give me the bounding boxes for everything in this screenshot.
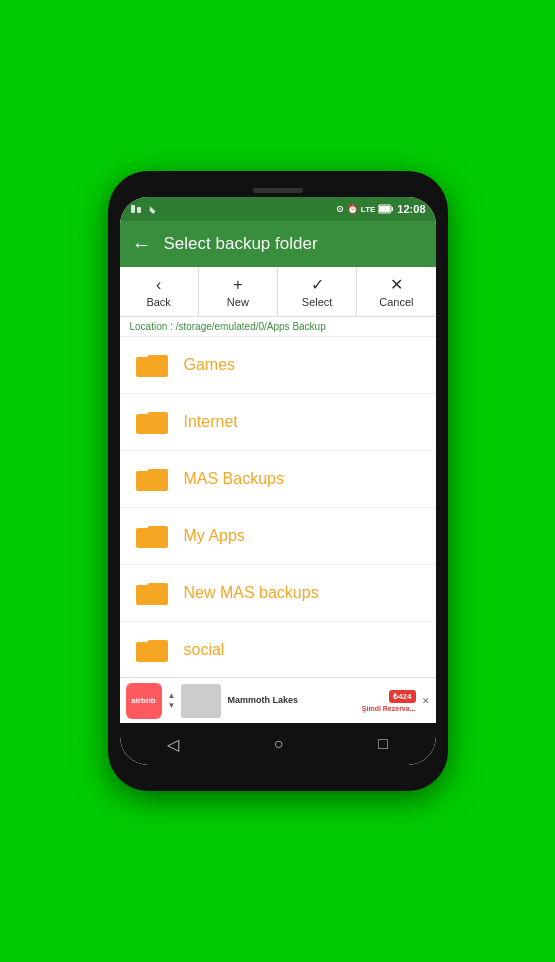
new-icon: +	[233, 276, 242, 294]
folder-item-social[interactable]: social	[120, 622, 436, 677]
select-label: Select	[302, 296, 333, 308]
nav-recent-button[interactable]: □	[378, 735, 388, 753]
folder-icon-games	[134, 351, 170, 379]
time-display: 12:08	[397, 203, 425, 215]
nav-back-button[interactable]: ◁	[167, 735, 179, 754]
phone-icon	[146, 204, 156, 214]
phone-top	[120, 183, 436, 197]
folder-icon-mas-backups	[134, 465, 170, 493]
select-button[interactable]: ✓ Select	[278, 267, 357, 316]
back-icon: ‹	[156, 276, 161, 294]
folder-name-internet: Internet	[184, 413, 238, 431]
ad-title: Mammoth Lakes	[227, 695, 355, 707]
ad-image	[181, 684, 221, 718]
ad-banner[interactable]: airbnb ▲ ▼ Mammoth Lakes ₺424 Şimdi Reze…	[120, 677, 436, 723]
nav-bar: ◁ ○ □	[120, 723, 436, 765]
back-button[interactable]: ‹ Back	[120, 267, 199, 316]
new-label: New	[227, 296, 249, 308]
folder-item-mas-backups[interactable]: MAS Backups	[120, 451, 436, 508]
ad-arrows[interactable]: ▲ ▼	[168, 691, 176, 710]
target-icon: ⊙	[336, 204, 344, 214]
folder-name-mas-backups: MAS Backups	[184, 470, 284, 488]
folder-name-social: social	[184, 641, 225, 659]
svg-rect-0	[131, 205, 135, 213]
ad-cta[interactable]: Şimdi Rezerva...	[362, 705, 416, 712]
phone-bottom	[120, 765, 436, 779]
status-bar: ⊙ ⏰ LTE 12:08	[120, 197, 436, 221]
folder-name-new-mas-backups: New MAS backups	[184, 584, 319, 602]
location-text: Location : /storage/emulated/0/Apps Back…	[130, 321, 326, 332]
ad-arrow-down[interactable]: ▼	[168, 701, 176, 710]
folder-icon-new-mas-backups	[134, 579, 170, 607]
ad-logo: airbnb	[126, 683, 162, 719]
folder-name-my-apps: My Apps	[184, 527, 245, 545]
folder-icon-social	[134, 636, 170, 664]
sim-icon	[130, 204, 142, 214]
svg-rect-4	[379, 206, 390, 212]
folder-item-new-mas-backups[interactable]: New MAS backups	[120, 565, 436, 622]
cancel-icon: ✕	[390, 275, 403, 294]
app-bar-title: Select backup folder	[164, 234, 318, 254]
ad-arrow-up[interactable]: ▲	[168, 691, 176, 700]
location-bar: Location : /storage/emulated/0/Apps Back…	[120, 317, 436, 337]
status-right-icons: ⊙ ⏰ LTE 12:08	[336, 203, 426, 215]
back-label: Back	[146, 296, 170, 308]
folder-item-games[interactable]: Games	[120, 337, 436, 394]
app-bar-back-button[interactable]: ←	[132, 233, 152, 256]
new-button[interactable]: + New	[199, 267, 278, 316]
ad-close-button[interactable]: ✕	[422, 696, 430, 706]
svg-rect-3	[392, 207, 394, 211]
folder-item-internet[interactable]: Internet	[120, 394, 436, 451]
select-icon: ✓	[311, 275, 324, 294]
speaker	[253, 188, 303, 193]
cancel-label: Cancel	[379, 296, 413, 308]
folder-icon-internet	[134, 408, 170, 436]
folder-icon-my-apps	[134, 522, 170, 550]
phone-screen: ⊙ ⏰ LTE 12:08 ← Select backup folder ‹ B…	[120, 197, 436, 765]
nav-home-button[interactable]: ○	[274, 735, 284, 753]
status-left-icons	[130, 204, 156, 214]
alarm-icon: ⏰	[347, 204, 358, 214]
folder-item-my-apps[interactable]: My Apps	[120, 508, 436, 565]
ad-text: Mammoth Lakes	[227, 695, 355, 707]
battery-icon	[378, 204, 394, 214]
app-bar: ← Select backup folder	[120, 221, 436, 267]
toolbar: ‹ Back + New ✓ Select ✕ Cancel	[120, 267, 436, 317]
svg-rect-1	[137, 207, 141, 213]
phone-frame: ⊙ ⏰ LTE 12:08 ← Select backup folder ‹ B…	[108, 171, 448, 791]
folder-list: Games Internet MAS Backups	[120, 337, 436, 677]
cancel-button[interactable]: ✕ Cancel	[357, 267, 435, 316]
ad-price: ₺424	[389, 690, 415, 703]
folder-name-games: Games	[184, 356, 236, 374]
lte-label: LTE	[361, 205, 376, 214]
